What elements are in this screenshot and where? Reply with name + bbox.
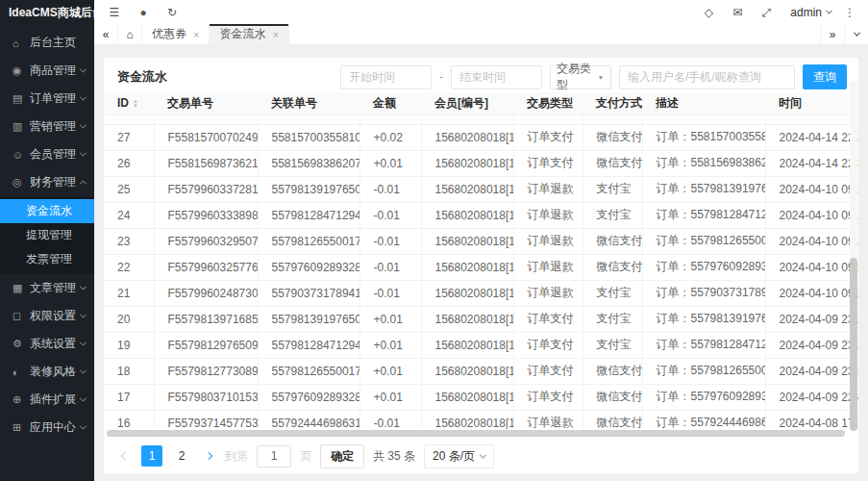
- table-cell-empty: [258, 114, 360, 124]
- table-row[interactable]: 21F55799602487305715579037317894181-0.01…: [104, 280, 858, 306]
- cell-amount: +0.01: [360, 384, 421, 410]
- topbar-left-icons: ☰●↻: [100, 6, 186, 19]
- goto-confirm-button[interactable]: 确定: [320, 444, 364, 468]
- cell-pay-method: 微信支付: [583, 410, 642, 429]
- cell-time: 2024-04-08 17:26:: [765, 410, 858, 429]
- cell-member: 15680208018[1]: [421, 306, 513, 332]
- submenu-item-资金流水[interactable]: 资金流水: [0, 199, 94, 223]
- chat-icon[interactable]: ✉: [723, 6, 752, 19]
- tab-home-icon[interactable]: ⌂: [118, 24, 142, 44]
- table-row[interactable]: 20F55798139716853865579813919765006+0.01…: [104, 306, 858, 332]
- tabs-collapse-left-icon[interactable]: «: [94, 24, 118, 44]
- table-row[interactable]: 16F55793714577538385579244469863135-0.01…: [104, 410, 858, 429]
- globe-icon[interactable]: ●: [129, 6, 158, 19]
- page-unit-label: 页: [300, 448, 311, 465]
- column-header-支付方式: 支付方式: [583, 92, 642, 114]
- horizontal-scrollbar-thumb[interactable]: [107, 430, 845, 437]
- table-row[interactable]: 18F55798127730894415579812655001760+0.01…: [104, 358, 858, 384]
- sidebar-item-members[interactable]: ☺会员管理: [0, 140, 94, 168]
- sidebar-item-articles[interactable]: ▦文章管理: [0, 274, 94, 302]
- sidebar-item-goods[interactable]: ◉商品管理: [0, 57, 94, 85]
- app-logo: IdeaCMS商城后台: [0, 0, 94, 25]
- tab-close-icon[interactable]: ×: [272, 29, 278, 40]
- table-row[interactable]: 22F55799603257760485579760928932802-0.01…: [104, 254, 858, 280]
- date-separator: -: [439, 70, 443, 84]
- cell-description: 订单：55790373178941...: [642, 280, 765, 306]
- user-menu[interactable]: admin: [790, 6, 831, 19]
- cell-description: 订单：55798139197650...: [642, 176, 765, 202]
- cell-related-no: 5579812847129437: [258, 202, 360, 228]
- sidebar-item-permissions[interactable]: ◻权限设置: [0, 302, 94, 330]
- tag-icon[interactable]: ◇: [694, 6, 723, 19]
- page-button-2[interactable]: 2: [171, 445, 192, 467]
- sidebar-item-apps[interactable]: ⊞应用中心: [0, 414, 94, 442]
- goto-label: 到第: [225, 448, 248, 465]
- sidebar-item-plugins[interactable]: ⊕插件扩展: [0, 386, 94, 414]
- cell-member: 15680208018[1]: [421, 176, 513, 202]
- prev-page-button[interactable]: [117, 453, 133, 459]
- cell-pay-method: 微信支付: [583, 384, 642, 410]
- table-row[interactable]: 27F55815700702499145581570035581016+0.02…: [104, 124, 858, 150]
- end-date-input[interactable]: [451, 65, 542, 89]
- tabs-dropdown-icon[interactable]: [844, 24, 868, 44]
- table-row[interactable]: 25F55799603372812875579813919765006-0.01…: [104, 176, 858, 202]
- fullscreen-icon[interactable]: ⤢: [752, 6, 781, 19]
- filter-bar: - 交易类型 ▼ 查询: [340, 64, 847, 89]
- cell-time: 2024-04-10 09:22:: [765, 176, 858, 202]
- sidebar-item-label: 装修风格: [30, 364, 81, 380]
- vertical-scrollbar-thumb[interactable]: [850, 258, 857, 431]
- refresh-icon[interactable]: ↻: [158, 6, 186, 19]
- cell-trade-no: F5579960248730571: [154, 280, 258, 306]
- sidebar-item-style[interactable]: ◐装修风格: [0, 358, 94, 386]
- menu-icon[interactable]: ☰: [100, 6, 129, 19]
- sidebar-item-finance[interactable]: ◎财务管理: [0, 168, 94, 196]
- column-header-会员[编号]: 会员[编号]: [421, 92, 513, 114]
- tab-资金流水[interactable]: 资金流水×: [210, 24, 288, 44]
- column-header-ID[interactable]: ID▲▼: [104, 92, 154, 114]
- cell-trade-no: F5579960337281287: [154, 176, 258, 202]
- table-row[interactable]: 23F55799603295074515579812655001760-0.01…: [104, 228, 858, 254]
- transaction-type-select[interactable]: 交易类型 ▼: [550, 65, 611, 89]
- sidebar-item-orders[interactable]: ▤订单管理: [0, 85, 94, 113]
- username-label: admin: [790, 6, 822, 19]
- table-cell-empty: [513, 114, 583, 124]
- cell-amount: -0.01: [360, 254, 421, 280]
- cell-id: 19: [104, 332, 154, 358]
- tabs-expand-right-icon[interactable]: »: [820, 24, 844, 44]
- table-row[interactable]: 24F55799603338983945579812847129437-0.01…: [104, 202, 858, 228]
- cell-type: 订单退款: [513, 254, 583, 280]
- table-cell-empty: [104, 114, 154, 124]
- chevron-left-icon: [121, 452, 129, 460]
- table-row[interactable]: 17F55798037101535735579760928932802+0.01…: [104, 384, 858, 410]
- sidebar-item-system[interactable]: ⚙系统设置: [0, 330, 94, 358]
- table-row[interactable]: 26F55815698736212865581569838620778+0.01…: [104, 150, 858, 176]
- column-header-描述: 描述: [642, 92, 765, 114]
- table-header: ID▲▼交易单号关联单号金额会员[编号]交易类型支付方式描述时间: [104, 92, 858, 114]
- cell-type: 订单支付: [513, 358, 583, 384]
- sidebar: IdeaCMS商城后台 ⌂后台主页◉商品管理▤订单管理▥营销管理☺会员管理◎财务…: [0, 0, 94, 481]
- cell-id: 26: [104, 150, 154, 176]
- submenu-item-提现管理[interactable]: 提现管理: [0, 223, 94, 247]
- chevron-down-icon: [480, 451, 486, 458]
- sidebar-item-label: 会员管理: [30, 146, 81, 163]
- keyword-search-input[interactable]: [619, 65, 795, 89]
- sidebar-item-home[interactable]: ⌂后台主页: [0, 29, 94, 57]
- table-row[interactable]: 19F55798129765095565579812847129437+0.01…: [104, 332, 858, 358]
- chevron-down-icon: [80, 395, 87, 402]
- chevron-down-icon: [80, 94, 87, 101]
- page-size-select[interactable]: 20 条/页: [424, 444, 494, 468]
- start-date-input[interactable]: [340, 65, 432, 89]
- search-button[interactable]: 查询: [803, 64, 847, 89]
- next-page-button[interactable]: [201, 453, 216, 459]
- sidebar-item-label: 权限设置: [30, 308, 81, 324]
- sidebar-item-marketing[interactable]: ▥营销管理: [0, 113, 94, 140]
- submenu-item-发票管理[interactable]: 发票管理: [0, 247, 94, 271]
- goto-page-input[interactable]: [257, 445, 291, 468]
- cart-icon: ▤: [12, 92, 27, 105]
- tab-close-icon[interactable]: ×: [193, 29, 199, 40]
- cell-type: 订单退款: [513, 280, 583, 306]
- more-icon[interactable]: ⋮: [841, 6, 858, 19]
- page-button-1[interactable]: 1: [141, 445, 162, 467]
- sort-icon[interactable]: ▲▼: [133, 99, 138, 109]
- tab-优惠券[interactable]: 优惠券×: [142, 24, 210, 44]
